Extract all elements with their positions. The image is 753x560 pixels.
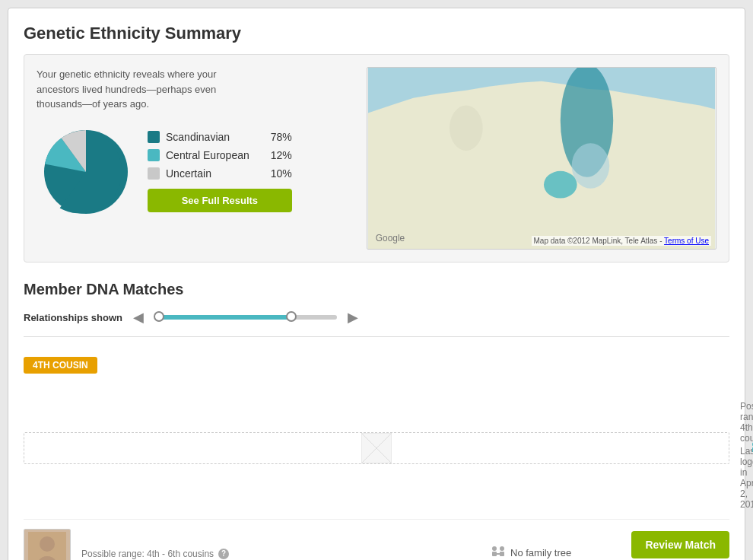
ethnicity-title: Genetic Ethnicity Summary [24,24,729,43]
google-label: Google [376,233,405,243]
uk-shape [450,106,483,151]
relationships-row: Relationships shown ◀ ▶ [24,309,729,337]
legend: Scandinavian 78% Central European 12% Un… [148,131,292,212]
match-avatar-1 [24,432,729,464]
scandinavian-pct: 78% [256,131,292,143]
match-card-2: Possible range: 4th - 6th cousins ? Last… [24,520,729,560]
match-info-2: Possible range: 4th - 6th cousins ? Last… [81,533,480,561]
match-tree-label-2: No family tree [510,547,571,558]
slider-thumb-left[interactable] [154,311,164,322]
match-avatar-2 [24,529,71,560]
svg-rect-15 [500,552,504,556]
slider-left-arrow[interactable]: ◀ [132,309,145,326]
help-icon-2[interactable]: ? [218,549,229,559]
category-row-4th-cousin: 4TH COUSIN [24,351,729,377]
central-label: Central European [166,149,249,161]
tree-icon-2 [491,545,506,560]
ethnicity-map: Google Map data ©2012 MapLink, Tele Atla… [367,67,716,250]
pie-chart [37,123,135,221]
scandinavian-label: Scandinavian [166,131,230,143]
map-credit-text: Map data ©2012 MapLink, Tele Atlas - [534,237,665,245]
slider-right-arrow[interactable]: ▶ [346,309,360,326]
review-match-button-2[interactable]: Review Match [631,531,729,558]
scandinavian-color [148,131,160,143]
ethnicity-description: Your genetic ethnicity reveals where you… [37,67,249,112]
main-container: Genetic Ethnicity Summary Your genetic e… [8,8,745,560]
relationships-label: Relationships shown [24,312,122,323]
silhouette-svg-2 [28,532,66,561]
terms-of-use-link[interactable]: Terms of Use [664,237,709,245]
legend-item-uncertain: Uncertain 10% [148,167,292,180]
uncertain-pct: 10% [256,167,292,180]
svg-rect-14 [492,552,497,556]
match-actions-2: Review Match 95% confidence [623,531,729,561]
uncertain-label: Uncertain [166,167,211,180]
slider-fill [154,315,291,320]
slider-thumb-right[interactable] [286,311,297,322]
match-card-1: Possible range: 4th - 6th cousins ? Last… [24,377,729,520]
ethnicity-left: Your genetic ethnicity reveals where you… [37,67,351,250]
central-eu-highlight [544,171,577,199]
4th-cousin-badge: 4TH COUSIN [24,357,97,374]
legend-item-scandinavian: Scandinavian 78% [148,131,292,143]
europe-land [368,81,715,249]
match-name-2 [81,533,480,546]
dna-title: Member DNA Matches [24,281,729,298]
svg-point-12 [492,546,497,551]
match-range-2: Possible range: 4th - 6th cousins ? [81,549,480,559]
uncertain-color [148,167,160,180]
central-color [148,149,160,161]
central-pct: 12% [256,149,292,161]
silhouette-2 [24,530,70,560]
match-tree-2: No family tree [491,545,612,560]
legend-item-central: Central European 12% [148,149,292,161]
chart-legend-row: Scandinavian 78% Central European 12% Un… [37,123,351,221]
baltic-sea [572,143,610,189]
blank-avatar-svg-1 [361,433,392,463]
people-icon-2 [491,545,506,557]
svg-point-13 [500,546,504,551]
see-full-results-button[interactable]: See Full Results [148,189,292,212]
svg-point-11 [40,536,55,552]
ethnicity-box: Your genetic ethnicity reveals where you… [24,54,729,262]
map-svg: Google [367,68,716,249]
slider-track[interactable] [154,315,337,320]
map-credit: Map data ©2012 MapLink, Tele Atlas - Ter… [532,236,711,246]
